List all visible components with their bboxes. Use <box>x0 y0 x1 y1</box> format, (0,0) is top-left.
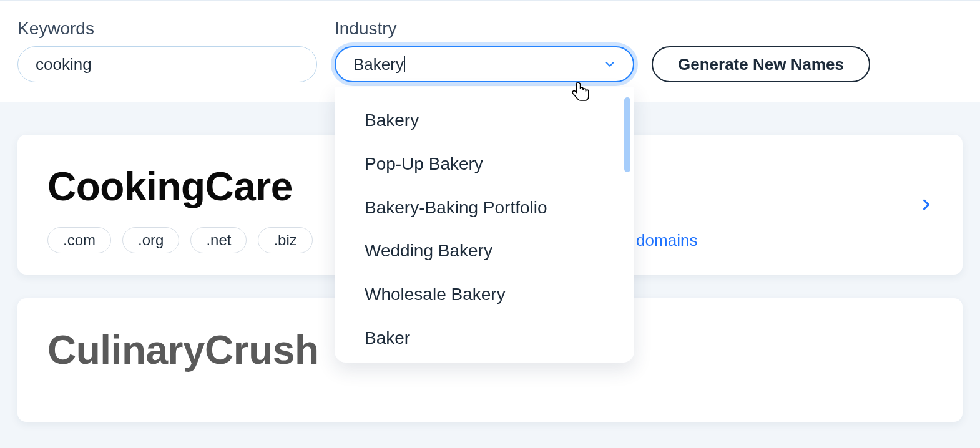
industry-field-group: Industry Bakery BakeryPop-Up BakeryBaker… <box>335 19 634 82</box>
domain-chip[interactable]: .com <box>47 227 111 253</box>
generate-button-label: Generate New Names <box>678 55 844 74</box>
dropdown-scrollbar[interactable] <box>624 97 630 172</box>
filter-bar: Keywords cooking Industry Bakery BakeryP… <box>0 1 980 102</box>
keywords-label: Keywords <box>17 19 317 39</box>
dropdown-list: BakeryPop-Up BakeryBakery-Baking Portfol… <box>335 87 634 363</box>
keywords-value: cooking <box>36 55 92 74</box>
industry-dropdown: BakeryPop-Up BakeryBakery-Baking Portfol… <box>335 87 634 363</box>
industry-label: Industry <box>335 19 634 39</box>
dropdown-item[interactable]: Bakery <box>335 99 634 142</box>
industry-combobox[interactable]: Bakery <box>335 46 634 82</box>
domain-chip[interactable]: .net <box>190 227 247 253</box>
chevron-down-icon <box>603 57 617 71</box>
dropdown-item[interactable]: Pop-Up Bakery <box>335 142 634 186</box>
domain-chip[interactable]: .org <box>122 227 179 253</box>
keywords-field-group: Keywords cooking <box>17 19 317 82</box>
dropdown-item[interactable]: Wedding Bakery <box>335 229 634 273</box>
generate-button[interactable]: Generate New Names <box>652 46 870 82</box>
dropdown-item[interactable]: Bakery-Baking Portfolio <box>335 186 634 230</box>
domain-chip[interactable]: .biz <box>258 227 312 253</box>
dropdown-item[interactable]: Wholesale Bakery <box>335 273 634 316</box>
chevron-right-icon[interactable] <box>918 196 935 213</box>
keywords-input[interactable]: cooking <box>17 46 317 82</box>
industry-combobox-wrap: Bakery BakeryPop-Up BakeryBakery-Baking … <box>335 46 634 82</box>
industry-value: Bakery <box>353 56 405 72</box>
dropdown-item[interactable]: Baker <box>335 316 634 360</box>
